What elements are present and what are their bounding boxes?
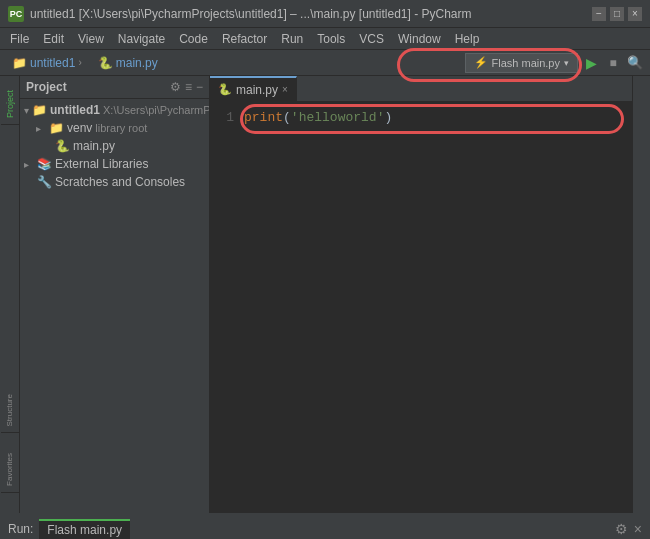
panel-settings-btn[interactable]: ⚙ [170,80,181,94]
run-config-area: ⚡ Flash main.py ▾ ▶ ■ 🔍 [465,53,644,73]
menu-help[interactable]: Help [449,30,486,48]
run-label: Run: [8,522,33,536]
menu-bar: File Edit View Navigate Code Refactor Ru… [0,28,650,50]
tree-arrow-icon: ▸ [24,159,34,170]
app-icon: PC [8,6,24,22]
file-tabs: 🐍 main.py × [210,76,632,102]
py-icon: 🐍 [218,83,232,96]
tree-sublabel: library root [95,122,147,134]
scratches-icon: 🔧 [37,175,52,189]
run-panel-header: Run: Flash main.py ⚙ × [0,515,650,539]
maximize-button[interactable]: □ [610,7,624,21]
tree-item-mainpy[interactable]: 🐍 main.py [20,137,209,155]
title-bar: PC untitled1 [X:\Users\pi\PycharmProject… [0,0,650,28]
sidebar-project-tab[interactable]: Project [1,84,19,125]
panel-title: Project [26,80,67,94]
menu-view[interactable]: View [72,30,110,48]
tree-item-untitled1[interactable]: ▾ 📁 untitled1 X:\Users\pi\PycharmProject… [20,101,209,119]
nav-mainpy[interactable]: 🐍 main.py [92,54,164,72]
dropdown-icon: ▾ [564,58,569,68]
chevron-icon: › [78,57,81,68]
nav-untitled1[interactable]: 📁 untitled1 › [6,54,88,72]
bottom-panel: Run: Flash main.py ⚙ × ▶ ↺ ■ ↓ ⏎ 🗑 for c… [0,513,650,539]
close-icon[interactable]: × [634,521,642,537]
tree-label: External Libraries [55,157,148,171]
main-layout: Project Structure Favorites Project ⚙ ≡ [0,76,650,513]
menu-tools[interactable]: Tools [311,30,351,48]
panel-sort-btn[interactable]: ≡ [185,80,192,94]
right-panel [632,76,650,513]
project-panel: Project ⚙ ≡ − ▾ 📁 untitled1 X:\Users\pi\… [20,76,210,513]
code-line-1: print('helloworld') [244,108,632,129]
run-panel-actions: ⚙ × [615,521,642,537]
menu-file[interactable]: File [4,30,35,48]
run-tab-flash[interactable]: Flash main.py [39,519,130,539]
keyword-print: print [244,108,283,129]
flash-icon: ⚡ [474,56,488,69]
nav-tabs: 📁 untitled1 › 🐍 main.py ⚡ Flash main.py … [0,50,650,76]
file-icon: 🐍 [55,139,70,153]
settings-icon[interactable]: ⚙ [615,521,628,537]
panel-collapse-btn[interactable]: − [196,80,203,94]
window-controls[interactable]: − □ × [592,7,642,21]
tree-sublabel: X:\Users\pi\PycharmProjects\untitled1 [103,104,209,116]
tree-arrow-icon: ▾ [24,105,29,116]
tree-label: venv [67,121,92,135]
tree-label: main.py [73,139,115,153]
code-area: 🐍 main.py × 1 print('helloworld') [210,76,632,513]
menu-window[interactable]: Window [392,30,447,48]
menu-edit[interactable]: Edit [37,30,70,48]
tab-close-icon[interactable]: × [282,84,288,95]
menu-navigate[interactable]: Navigate [112,30,171,48]
file-tab-mainpy[interactable]: 🐍 main.py × [210,76,297,101]
tree-item-venv[interactable]: ▸ 📁 venv library root [20,119,209,137]
tree-arrow-icon: ▸ [36,123,46,134]
title-text: untitled1 [X:\Users\pi\PycharmProjects\u… [30,7,472,21]
close-button[interactable]: × [628,7,642,21]
code-content[interactable]: print('helloworld') [240,108,632,507]
file-icon: 🐍 [98,56,113,70]
sidebar-favorites-tab[interactable]: Favorites [1,447,19,493]
sidebar-structure-tab[interactable]: Structure [1,388,19,433]
project-icon: 📁 [12,56,27,70]
minimize-button[interactable]: − [592,7,606,21]
menu-run[interactable]: Run [275,30,309,48]
run-stop-button[interactable]: ■ [604,54,622,72]
line-numbers: 1 [210,108,240,507]
project-tree: ▾ 📁 untitled1 X:\Users\pi\PycharmProject… [20,99,209,513]
tree-label: Scratches and Consoles [55,175,185,189]
library-icon: 📚 [37,157,52,171]
menu-code[interactable]: Code [173,30,214,48]
tree-item-external-libs[interactable]: ▸ 📚 External Libraries [20,155,209,173]
tree-item-scratches[interactable]: 🔧 Scratches and Consoles [20,173,209,191]
left-sidebar: Project Structure Favorites [0,76,20,513]
panel-actions: ⚙ ≡ − [170,80,203,94]
run-play-button[interactable]: ▶ [582,54,600,72]
folder-icon: 📁 [49,121,64,135]
menu-vcs[interactable]: VCS [353,30,390,48]
tree-label: untitled1 [50,103,100,117]
code-editor[interactable]: 1 print('helloworld') [210,102,632,513]
panel-header: Project ⚙ ≡ − [20,76,209,99]
run-config-button[interactable]: ⚡ Flash main.py ▾ [465,53,578,73]
search-button[interactable]: 🔍 [626,54,644,72]
folder-icon: 📁 [32,103,47,117]
menu-refactor[interactable]: Refactor [216,30,273,48]
